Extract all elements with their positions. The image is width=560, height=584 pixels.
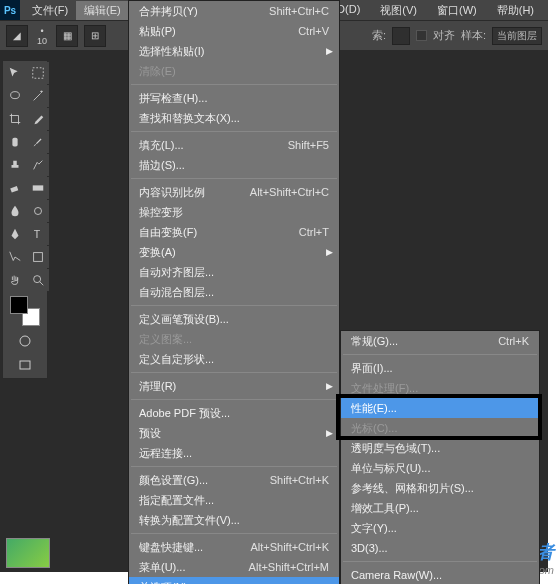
fg-color[interactable]	[10, 296, 28, 314]
separator	[343, 561, 537, 562]
tool-pen[interactable]	[4, 223, 26, 245]
menu-label: Camera Raw(W)...	[351, 569, 529, 581]
opt-icon-2[interactable]: ⊞	[84, 25, 106, 47]
edit-menu-item-26[interactable]: 远程连接...	[129, 443, 339, 463]
edit-menu-item-34[interactable]: 首选项(N)▶	[129, 577, 339, 584]
edit-menu-item-19[interactable]: 定义图案...	[129, 329, 339, 349]
menu-label: 自动混合图层...	[139, 285, 329, 300]
brush-size[interactable]: • 10	[34, 26, 50, 46]
edit-menu-item-6[interactable]: 查找和替换文本(X)...	[129, 108, 339, 128]
brush-panel-icon[interactable]: ▦	[56, 25, 78, 47]
menu-edit[interactable]: 编辑(E)	[76, 1, 129, 20]
edit-menu-item-8[interactable]: 填充(L)...Shift+F5	[129, 135, 339, 155]
tool-preset-icon[interactable]: ◢	[6, 25, 28, 47]
tool-zoom[interactable]	[27, 269, 49, 291]
search-picker[interactable]	[392, 27, 410, 45]
menu-label: 内容识别比例	[139, 185, 240, 200]
svg-point-5	[35, 208, 42, 215]
edit-menu-item-14[interactable]: 变换(A)▶	[129, 242, 339, 262]
edit-menu-item-9[interactable]: 描边(S)...	[129, 155, 339, 175]
prefs-menu-item-11[interactable]: 3D(3)...	[341, 538, 539, 558]
prefs-menu-item-7[interactable]: 单位与标尺(U)...	[341, 458, 539, 478]
color-swatch[interactable]	[10, 296, 40, 326]
menu-window[interactable]: 窗口(W)	[429, 1, 485, 20]
menu-label: 变换(A)	[139, 245, 329, 260]
prefs-menu-item-13[interactable]: Camera Raw(W)...	[341, 565, 539, 584]
prefs-menu-item-2[interactable]: 界面(I)...	[341, 358, 539, 378]
document-thumb[interactable]	[6, 538, 50, 568]
tool-dodge[interactable]	[27, 200, 49, 222]
menu-view[interactable]: 视图(V)	[372, 1, 425, 20]
menu-label: 定义画笔预设(B)...	[139, 312, 329, 327]
menu-label: 查找和替换文本(X)...	[139, 111, 329, 126]
tool-shape[interactable]	[27, 246, 49, 268]
edit-menu-item-18[interactable]: 定义画笔预设(B)...	[129, 309, 339, 329]
preferences-submenu: 常规(G)...Ctrl+K界面(I)...文件处理(F)...性能(E)...…	[340, 330, 540, 584]
edit-menu-item-3[interactable]: 清除(E)	[129, 61, 339, 81]
separator	[131, 466, 337, 467]
edit-menu-item-24[interactable]: Adobe PDF 预设...	[129, 403, 339, 423]
prefs-menu-item-10[interactable]: 文字(Y)...	[341, 518, 539, 538]
tool-path[interactable]	[4, 246, 26, 268]
edit-menu-item-33[interactable]: 菜单(U)...Alt+Shift+Ctrl+M	[129, 557, 339, 577]
edit-menu-item-1[interactable]: 粘贴(P)Ctrl+V	[129, 21, 339, 41]
tool-move[interactable]	[4, 62, 26, 84]
tool-stamp[interactable]	[4, 154, 26, 176]
tool-brush[interactable]	[27, 131, 49, 153]
tool-blur[interactable]	[4, 200, 26, 222]
edit-menu-item-29[interactable]: 指定配置文件...	[129, 490, 339, 510]
tool-eraser[interactable]	[4, 177, 26, 199]
submenu-arrow-icon: ▶	[326, 428, 333, 438]
prefs-menu-item-0[interactable]: 常规(G)...Ctrl+K	[341, 331, 539, 351]
edit-menu-item-32[interactable]: 键盘快捷键...Alt+Shift+Ctrl+K	[129, 537, 339, 557]
quickmask-icon[interactable]	[14, 330, 36, 352]
menu-file[interactable]: 文件(F)	[24, 1, 76, 20]
separator	[131, 305, 337, 306]
edit-menu-item-28[interactable]: 颜色设置(G)...Shift+Ctrl+K	[129, 470, 339, 490]
tool-heal[interactable]	[4, 131, 26, 153]
edit-menu-item-5[interactable]: 拼写检查(H)...	[129, 88, 339, 108]
prefs-menu-item-9[interactable]: 增效工具(P)...	[341, 498, 539, 518]
menu-label: 颜色设置(G)...	[139, 473, 260, 488]
prefs-menu-item-4[interactable]: 性能(E)...	[341, 398, 539, 418]
prefs-menu-item-8[interactable]: 参考线、网格和切片(S)...	[341, 478, 539, 498]
prefs-menu-item-5[interactable]: 光标(C)...	[341, 418, 539, 438]
submenu-arrow-icon: ▶	[326, 247, 333, 257]
prefs-menu-item-3[interactable]: 文件处理(F)...	[341, 378, 539, 398]
edit-menu-item-16[interactable]: 自动混合图层...	[129, 282, 339, 302]
sample-select[interactable]: 当前图层	[492, 27, 542, 45]
menu-help[interactable]: 帮助(H)	[489, 1, 542, 20]
edit-menu-item-15[interactable]: 自动对齐图层...	[129, 262, 339, 282]
tool-history[interactable]	[27, 154, 49, 176]
menu-label: 选择性粘贴(I)	[139, 44, 329, 59]
menu-shortcut: Shift+F5	[288, 139, 329, 151]
edit-menu-item-12[interactable]: 操控变形	[129, 202, 339, 222]
tool-crop[interactable]	[4, 108, 26, 130]
tool-wand[interactable]	[27, 85, 49, 107]
align-checkbox[interactable]	[416, 30, 427, 41]
edit-menu-item-22[interactable]: 清理(R)▶	[129, 376, 339, 396]
menu-label: 指定配置文件...	[139, 493, 329, 508]
tool-eyedropper[interactable]	[27, 108, 49, 130]
menu-label: 合并拷贝(Y)	[139, 4, 259, 19]
tool-lasso[interactable]	[4, 85, 26, 107]
edit-menu-item-2[interactable]: 选择性粘贴(I)▶	[129, 41, 339, 61]
edit-menu-item-30[interactable]: 转换为配置文件(V)...	[129, 510, 339, 530]
edit-menu-item-0[interactable]: 合并拷贝(Y)Shift+Ctrl+C	[129, 1, 339, 21]
tool-type[interactable]: T	[27, 223, 49, 245]
tool-marquee[interactable]	[27, 62, 49, 84]
edit-menu-item-25[interactable]: 预设▶	[129, 423, 339, 443]
edit-menu-item-13[interactable]: 自由变换(F)Ctrl+T	[129, 222, 339, 242]
tool-gradient[interactable]	[27, 177, 49, 199]
menu-label: 远程连接...	[139, 446, 329, 461]
prefs-menu-item-6[interactable]: 透明度与色域(T)...	[341, 438, 539, 458]
edit-menu-item-20[interactable]: 定义自定形状...	[129, 349, 339, 369]
screenmode-icon[interactable]	[14, 354, 36, 376]
edit-menu-item-11[interactable]: 内容识别比例Alt+Shift+Ctrl+C	[129, 182, 339, 202]
menu-label: 菜单(U)...	[139, 560, 239, 575]
menu-shortcut: Ctrl+V	[298, 25, 329, 37]
tool-hand[interactable]	[4, 269, 26, 291]
menu-label: 清除(E)	[139, 64, 329, 79]
menu-shortcut: Alt+Shift+Ctrl+M	[249, 561, 329, 573]
menu-label: 自动对齐图层...	[139, 265, 329, 280]
